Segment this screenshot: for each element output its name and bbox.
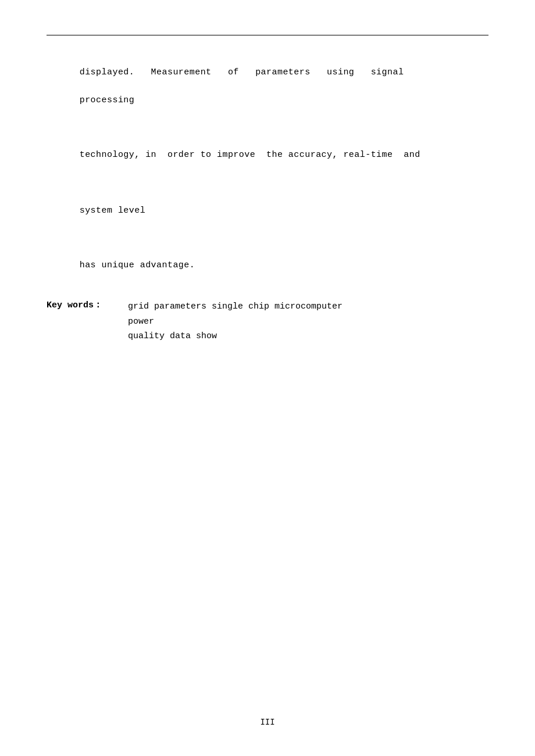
para2-line3: system level <box>80 206 145 216</box>
horizontal-rule <box>47 35 488 35</box>
keywords-line1: grid parameters single chip microcompute… <box>128 299 343 314</box>
keywords-line3: quality data show <box>128 329 343 344</box>
keywords-label: Key words： <box>47 299 116 344</box>
para3-line1: has unique advantage. <box>80 260 195 270</box>
page-container: displayed. Measurement of parameters usi… <box>0 0 535 756</box>
para2-line1: technology, in order to improve the accu… <box>80 150 420 160</box>
paragraph-3: has unique advantage. <box>47 245 488 286</box>
para1-line1: displayed. Measurement of parameters usi… <box>80 67 404 77</box>
keywords-line2: power <box>128 314 343 329</box>
para1-line2: processing <box>80 95 135 105</box>
paragraph-2: technology, in order to improve the accu… <box>47 134 488 232</box>
keywords-section: Key words： grid parameters single chip m… <box>47 299 488 344</box>
keywords-content: grid parameters single chip microcompute… <box>128 299 343 344</box>
content-block: displayed. Measurement of parameters usi… <box>47 52 488 344</box>
page-number: III <box>260 718 274 727</box>
paragraph-1: displayed. Measurement of parameters usi… <box>47 52 488 121</box>
